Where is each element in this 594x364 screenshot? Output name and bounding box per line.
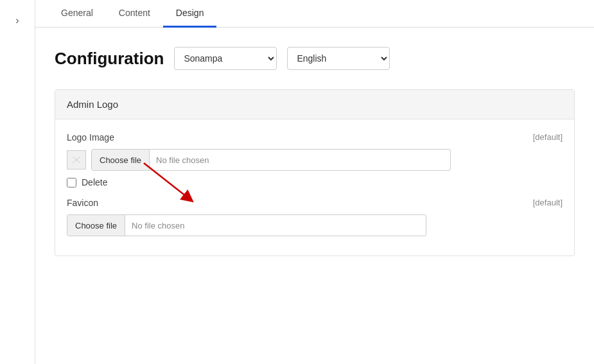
theme-dropdown[interactable]: Sonampa <box>174 47 277 70</box>
tab-content[interactable]: Content <box>106 0 163 28</box>
page-title: Configuration <box>55 49 164 69</box>
logo-image-thumb <box>67 150 86 169</box>
logo-image-field-row: Logo Image [default] <box>67 132 563 143</box>
delete-checkbox[interactable] <box>67 178 76 187</box>
admin-logo-section-body: Logo Image [default] Choose <box>55 119 574 256</box>
logo-choose-file-button[interactable]: Choose file <box>92 150 150 170</box>
page-body: Configuration Sonampa English Admin Logo… <box>35 28 594 364</box>
sidebar-toggle[interactable]: › <box>8 12 26 30</box>
logo-image-default: [default] <box>533 132 563 142</box>
logo-file-name: No file chosen <box>150 152 215 168</box>
tabs-nav: General Content Design <box>35 0 594 28</box>
favicon-file-name: No file chosen <box>125 218 191 234</box>
favicon-choose-file-button[interactable]: Choose file <box>67 215 125 236</box>
favicon-input-row: Choose file No file chosen <box>67 214 563 236</box>
language-dropdown[interactable]: English <box>287 47 390 70</box>
delete-row: Delete <box>67 177 563 187</box>
logo-file-input-wrapper: Choose file No file chosen <box>91 149 451 171</box>
delete-label: Delete <box>82 177 107 187</box>
logo-image-label: Logo Image <box>67 132 114 143</box>
logo-image-input-outer: Choose file No file chosen <box>67 149 563 171</box>
admin-logo-section: Admin Logo Logo Image [default] <box>55 89 575 256</box>
tab-general[interactable]: General <box>48 0 106 28</box>
tab-design[interactable]: Design <box>163 0 217 28</box>
favicon-default: [default] <box>533 198 563 207</box>
favicon-file-input-wrapper: Choose file No file chosen <box>67 214 426 236</box>
sidebar: › <box>0 0 35 364</box>
favicon-section: Favicon [default] Choose file No file ch… <box>67 198 563 236</box>
logo-image-input-row: Choose file No file chosen <box>67 149 563 171</box>
admin-logo-section-title: Admin Logo <box>55 90 574 119</box>
favicon-label: Favicon <box>67 198 98 208</box>
main-content: General Content Design Configuration Son… <box>35 0 594 364</box>
favicon-field-row: Favicon [default] <box>67 198 563 208</box>
config-header: Configuration Sonampa English <box>55 47 575 70</box>
